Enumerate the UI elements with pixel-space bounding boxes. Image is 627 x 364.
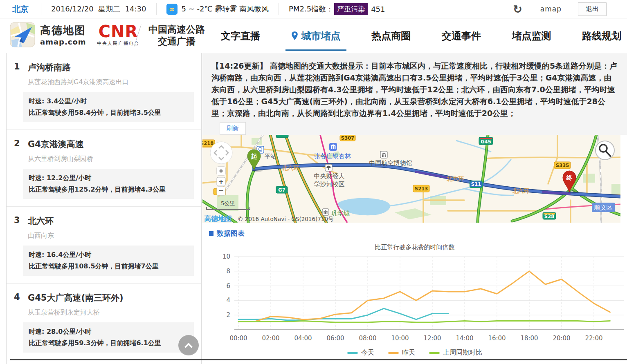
traffic-map[interactable]: 北六环 北六环 北六环 S218 S307 G45 S335 S213 S11 … (202, 135, 620, 223)
svg-text:−: − (218, 187, 224, 194)
svg-text:6: 6 (226, 282, 230, 290)
legend-item[interactable]: 昨天 (388, 348, 415, 357)
main-nav: 文字直播 城市堵点 热点商圈 交通事件 堵点监测 路线规划 (221, 18, 621, 53)
map-scale-label: 5公里 (221, 200, 235, 206)
svg-text:S213: S213 (415, 186, 428, 192)
map-watermark: 高德地图 (204, 214, 232, 223)
congestion-list: 1卢沟桥南路 从莲花池西路到G4京港澳高速出口 时速: 3.4公里/小时 比正常… (6, 53, 202, 364)
road-stats: 时速: 28.0公里/小时 比正常驾驶多用59.3分钟，目前拥堵6.1公里 (23, 322, 194, 353)
legend-item[interactable]: 上周同期对比 (429, 348, 482, 357)
svg-text:4: 4 (226, 297, 230, 304)
traffic-update-panel: 【14:26更新】 高德地图的交通大数据显示：目前本市城区内，与正常速度相比，行… (202, 53, 627, 135)
road-delay: 比正常驾驶多用108.5分钟，目前拥堵7公里 (29, 261, 189, 272)
svg-text:G45: G45 (481, 139, 491, 145)
refresh-icon[interactable]: ↻ (513, 3, 522, 16)
shield-cut-top (276, 135, 288, 138)
amap-logo[interactable]: 高德地图 amap.com (10, 22, 86, 47)
tab-hot-business[interactable]: 热点商圈 (371, 29, 411, 42)
ancient-city-label: 巩华城 (331, 210, 350, 217)
tab-congestion-monitor[interactable]: 堵点监测 (512, 29, 551, 42)
list-item[interactable]: 1卢沟桥南路 从莲花池西路到G4京港澳高速出口 时速: 3.4公里/小时 比正常… (7, 53, 201, 130)
main-content: 【14:26更新】 高德地图的交通大数据显示：目前本市城区内，与正常速度相比，行… (202, 53, 627, 364)
svg-text:北六环: 北六环 (281, 165, 299, 171)
ancient-city-icon (322, 209, 329, 215)
list-item[interactable]: 4G45大广高速(南三环外) 从玉泉营桥到永定河大桥 时速: 28.0公里/小时… (7, 284, 201, 360)
road-stats: 时速: 3.4公里/小时 比正常驾驶多用58.4分钟，目前拥堵3.5公里 (23, 92, 194, 122)
road-delay: 比正常驾驶多用58.4分钟，目前拥堵3.5公里 (29, 107, 189, 118)
svg-text:G7: G7 (278, 187, 285, 193)
svg-text:22:00: 22:00 (585, 335, 602, 342)
legend-item[interactable]: 今天 (347, 348, 374, 357)
amap-logo-icon (10, 22, 35, 47)
bottom-divider (10, 359, 627, 360)
zoom-out-button[interactable]: − (217, 187, 225, 195)
tab-route-planning[interactable]: 路线规划 (582, 29, 621, 42)
tab-text-live[interactable]: 文字直播 (221, 29, 260, 42)
weather-text: 5 ~ -2℃ 霾转雾 南风微风 (182, 4, 269, 14)
amap-domain: amap.com (40, 38, 86, 46)
university-label-line1: 中央财经大 (314, 172, 345, 180)
logout-button[interactable]: 退出 (578, 2, 607, 16)
shield-s213: S213 (413, 185, 429, 192)
svg-text:S335: S335 (556, 163, 569, 168)
svg-text:16:00: 16:00 (488, 335, 506, 342)
shield-g45: G45 (479, 137, 493, 145)
zoom-in-button[interactable]: + (217, 177, 225, 186)
road-name: G45大广高速(南三环外) (28, 292, 124, 304)
city-label[interactable]: 北京 (0, 3, 41, 15)
map-copyright: © 2016 AutoNavi - GS(2016)710号 (238, 216, 334, 222)
svg-text:00:00: 00:00 (229, 335, 247, 342)
datetime-label: 2016/12/20 星期二 14:30 (41, 3, 157, 15)
road-delay: 比正常驾驶多用125.2分钟，目前拥堵4.3公里 (29, 184, 189, 195)
svg-text:04:00: 04:00 (294, 335, 312, 342)
road-delay: 比正常驾驶多用59.3分钟，目前拥堵6.1公里 (29, 337, 189, 349)
tab-city-congestion[interactable]: 城市堵点 (291, 29, 341, 42)
svg-text:顺义区: 顺义区 (594, 204, 613, 211)
map-search-button[interactable] (596, 141, 614, 160)
svg-text:起: 起 (251, 153, 257, 160)
legend-swatch (388, 352, 399, 354)
svg-text:S28: S28 (544, 214, 554, 219)
svg-text:S11: S11 (471, 181, 481, 187)
district-badge: 顺义区 (592, 203, 615, 212)
map-locate-button[interactable] (217, 167, 225, 175)
svg-text:06:00: 06:00 (326, 335, 344, 342)
line-chart[interactable]: 24681000:0002:0004:0006:0008:0010:0012:0… (202, 251, 627, 346)
pm25-value: 451 (371, 5, 385, 13)
radio-title: 中国高速公路 交通广播 (144, 24, 209, 47)
pm25-level-badge: 严重污染 (334, 3, 368, 15)
road-desc: 从莲花池西路到G4京港澳高速出口 (28, 78, 195, 87)
list-item[interactable]: 5京深路 从长周路到北京市边界 时速: 20.2公里/小时 (7, 360, 201, 364)
refresh-button[interactable]: 刷新 (220, 122, 246, 135)
section-title: 数据图表 (217, 229, 245, 238)
cnr-subtitle: 中央人民广播电台 (97, 40, 139, 47)
svg-text:终: 终 (566, 174, 573, 181)
list-item[interactable]: 3北六环 由西向东 时速: 16.4公里/小时 比正常驾驶多用108.5分钟，目… (7, 207, 201, 284)
road-name: G4京港澳高速 (28, 138, 84, 150)
map-pan-control[interactable] (210, 142, 232, 164)
brand-bar: 高德地图 amap.com CNR 中央人民广播电台 中国高速公路 交通广播 文… (0, 18, 627, 53)
traffic-update-text: 【14:26更新】 高德地图的交通大数据显示：目前本市城区内，与正常速度相比，行… (202, 53, 627, 119)
road-name: 卢沟桥南路 (28, 62, 71, 73)
location-pin-icon (291, 31, 298, 40)
svg-text:S307: S307 (341, 135, 354, 141)
svg-text:10:00: 10:00 (391, 335, 409, 342)
account-name[interactable]: amap (540, 5, 562, 13)
chart-section: 数据图表 比正常行驶多花费的时间倍数 24681000:0002:0004:00… (202, 229, 627, 357)
top-bar: 北京 2016/12/20 星期二 14:30 ∞ 5 ~ -2℃ 霾转雾 南风… (0, 0, 627, 18)
list-item[interactable]: 2G4京港澳高速 从六里桥到房山梨园桥 时速: 12.2公里/小时 比正常驾驶多… (7, 130, 201, 207)
svg-text:10: 10 (222, 253, 230, 260)
shield-s28: S28 (543, 212, 556, 219)
aviation-museum-label: 中国航空博物馆 (369, 159, 412, 167)
scroll-to-top-button[interactable] (178, 335, 199, 355)
amap-title: 高德地图 (40, 23, 86, 38)
svg-text:20:00: 20:00 (553, 335, 570, 342)
shield-s335: S335 (554, 162, 571, 169)
chevron-up-icon (184, 343, 193, 351)
svg-text:14:00: 14:00 (456, 335, 473, 342)
university-label-line2: 学沙河校区 (314, 181, 345, 188)
road-name: 北六环 (28, 215, 54, 227)
legend-swatch (429, 352, 440, 354)
tab-traffic-events[interactable]: 交通事件 (442, 29, 481, 42)
road-speed: 时速: 3.4公里/小时 (29, 96, 189, 107)
